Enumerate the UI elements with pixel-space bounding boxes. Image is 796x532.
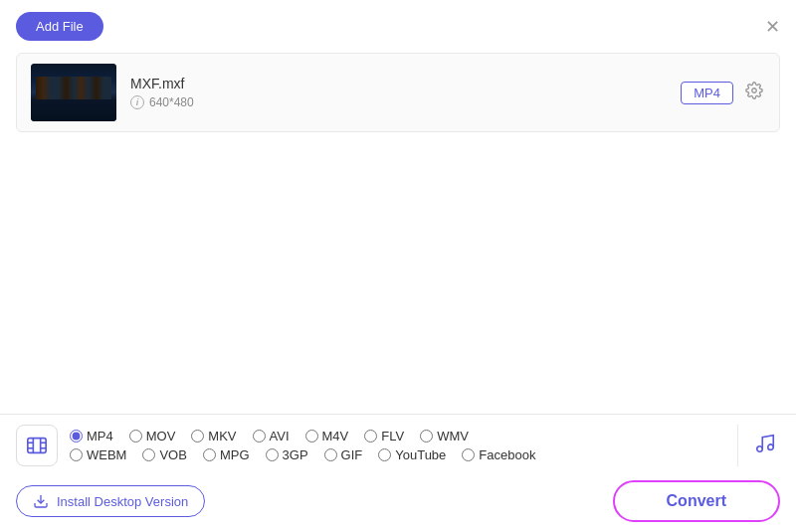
radio-webm[interactable] bbox=[70, 448, 83, 461]
bottom-bar: Install Desktop Version Convert bbox=[0, 470, 796, 532]
file-item: MXF.mxf i 640*480 MP4 bbox=[17, 54, 779, 131]
file-info: MXF.mxf i 640*480 bbox=[130, 76, 681, 109]
install-desktop-button[interactable]: Install Desktop Version bbox=[16, 485, 205, 517]
radio-m4v[interactable] bbox=[305, 430, 318, 443]
svg-point-0 bbox=[752, 88, 757, 92]
vertical-divider bbox=[737, 425, 738, 466]
format-option-mpg[interactable]: MPG bbox=[203, 447, 250, 462]
info-icon: i bbox=[130, 95, 144, 109]
radio-vob[interactable] bbox=[142, 448, 155, 461]
svg-point-9 bbox=[768, 443, 774, 449]
format-option-avi[interactable]: AVI bbox=[253, 429, 290, 443]
radio-avi[interactable] bbox=[253, 430, 266, 443]
audio-format-button[interactable] bbox=[750, 429, 780, 463]
file-resolution: 640*480 bbox=[149, 95, 194, 109]
format-row-1: MP4 MOV MKV AVI M4V FLV WMV bbox=[70, 429, 725, 443]
radio-mp4[interactable] bbox=[70, 430, 83, 443]
file-meta: i 640*480 bbox=[130, 95, 681, 109]
format-option-mkv[interactable]: MKV bbox=[191, 429, 236, 443]
radio-wmv[interactable] bbox=[420, 430, 433, 443]
file-actions: MP4 bbox=[681, 80, 765, 106]
radio-mpg[interactable] bbox=[203, 448, 216, 461]
format-option-mp4[interactable]: MP4 bbox=[70, 429, 113, 443]
format-option-gif[interactable]: GIF bbox=[324, 447, 363, 462]
radio-flv[interactable] bbox=[364, 430, 377, 443]
video-format-icon bbox=[16, 425, 58, 466]
format-option-vob[interactable]: VOB bbox=[142, 447, 186, 462]
format-options: MP4 MOV MKV AVI M4V FLV WMV W bbox=[70, 429, 725, 462]
format-option-webm[interactable]: WEBM bbox=[70, 447, 126, 462]
file-name: MXF.mxf bbox=[130, 76, 681, 91]
convert-button[interactable]: Convert bbox=[613, 480, 780, 522]
radio-3gp[interactable] bbox=[266, 448, 279, 461]
format-option-flv[interactable]: FLV bbox=[364, 429, 404, 443]
format-bar: MP4 MOV MKV AVI M4V FLV WMV W bbox=[0, 414, 796, 477]
format-option-wmv[interactable]: WMV bbox=[420, 429, 469, 443]
radio-mkv[interactable] bbox=[191, 430, 204, 443]
svg-point-8 bbox=[757, 445, 763, 451]
format-option-3gp[interactable]: 3GP bbox=[266, 447, 308, 462]
format-option-youtube[interactable]: YouTube bbox=[378, 447, 446, 462]
radio-youtube[interactable] bbox=[378, 448, 391, 461]
format-badge-button[interactable]: MP4 bbox=[681, 82, 733, 104]
add-file-button[interactable]: Add File bbox=[16, 12, 103, 41]
radio-gif[interactable] bbox=[324, 448, 337, 461]
file-thumbnail bbox=[31, 64, 116, 121]
format-row-2: WEBM VOB MPG 3GP GIF YouTube Facebook bbox=[70, 447, 725, 462]
format-option-m4v[interactable]: M4V bbox=[305, 429, 349, 443]
install-label: Install Desktop Version bbox=[57, 494, 188, 509]
top-bar: Add File ✕ bbox=[0, 0, 796, 49]
format-option-facebook[interactable]: Facebook bbox=[462, 447, 535, 462]
radio-facebook[interactable] bbox=[462, 448, 475, 461]
empty-area bbox=[0, 136, 796, 395]
settings-button[interactable] bbox=[743, 80, 765, 106]
close-button[interactable]: ✕ bbox=[765, 18, 780, 36]
format-option-mov[interactable]: MOV bbox=[129, 429, 176, 443]
radio-mov[interactable] bbox=[129, 430, 142, 443]
file-list: MXF.mxf i 640*480 MP4 bbox=[16, 53, 780, 132]
svg-rect-1 bbox=[28, 439, 46, 453]
